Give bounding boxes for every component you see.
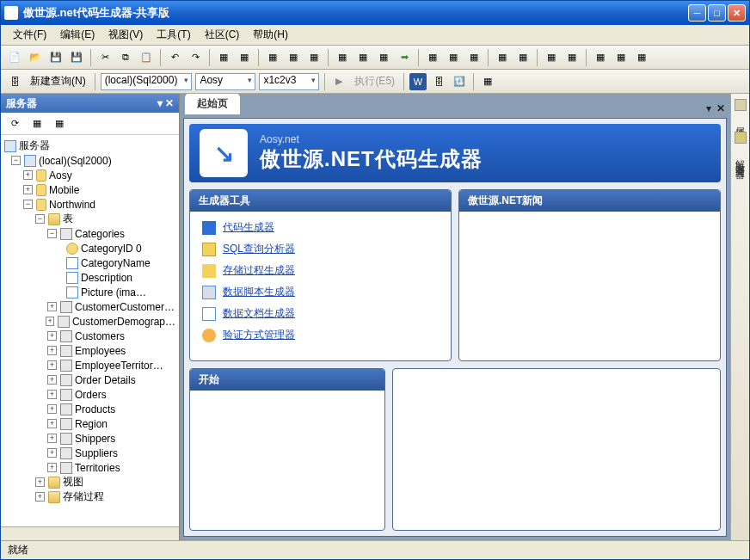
panel-btn-1[interactable]: ⟳ bbox=[6, 115, 23, 132]
execute-icon[interactable]: ▶ bbox=[330, 73, 347, 90]
expand-icon[interactable]: − bbox=[47, 229, 57, 238]
expand-icon[interactable]: − bbox=[35, 214, 45, 224]
tree-table-categories[interactable]: Categories bbox=[75, 228, 125, 240]
tool-icon-2[interactable]: ▦ bbox=[236, 49, 253, 66]
expand-icon[interactable]: + bbox=[47, 419, 57, 428]
panel-btn-3[interactable]: ▦ bbox=[51, 115, 68, 132]
tool-icon-1[interactable]: ▦ bbox=[215, 49, 232, 66]
tool-icon-6[interactable]: ▦ bbox=[334, 49, 351, 66]
properties-tab[interactable]: 属性 bbox=[734, 120, 747, 123]
misc-icon[interactable]: ▦ bbox=[479, 73, 496, 90]
tree-col[interactable]: CategoryID 0 bbox=[81, 243, 142, 255]
expand-icon[interactable]: + bbox=[35, 477, 45, 487]
tree-table[interactable]: +EmployeeTerritor… bbox=[4, 358, 175, 372]
tree-table[interactable]: +CustomerCustomer… bbox=[4, 299, 175, 314]
tool-icon-11[interactable]: ▦ bbox=[465, 49, 483, 66]
run-icon[interactable]: ➡ bbox=[396, 49, 413, 66]
tree-table[interactable]: +Suppliers bbox=[4, 446, 175, 460]
expand-icon[interactable]: − bbox=[11, 156, 21, 165]
server-dropdown[interactable]: (local)(Sql2000) bbox=[101, 73, 193, 90]
tool-icon-9[interactable]: ▦ bbox=[424, 49, 441, 66]
maximize-button[interactable]: □ bbox=[708, 4, 726, 22]
link-doc-gen[interactable]: 数据文档生成器 bbox=[202, 306, 439, 321]
tree-views[interactable]: 视图 bbox=[63, 475, 83, 489]
tool-icon-18[interactable]: ▦ bbox=[633, 49, 650, 66]
expand-icon[interactable]: + bbox=[47, 448, 57, 458]
execute-button[interactable]: 执行(E5) bbox=[351, 74, 398, 89]
tree-table[interactable]: +Customers bbox=[4, 329, 175, 343]
tree-col[interactable]: Picture (ima… bbox=[81, 286, 146, 298]
tree-table[interactable]: +Employees bbox=[4, 343, 175, 358]
tab-start[interactable]: 起始页 bbox=[185, 94, 240, 114]
expand-icon[interactable]: + bbox=[47, 360, 57, 370]
paste-icon[interactable]: 📋 bbox=[138, 49, 155, 66]
expand-icon[interactable]: + bbox=[47, 346, 57, 355]
tree-table[interactable]: +CustomerDemograp… bbox=[4, 314, 175, 329]
user-dropdown[interactable]: Aosy bbox=[195, 73, 255, 90]
tab-dropdown-icon[interactable]: ▾ bbox=[706, 102, 711, 114]
tool-icon-12[interactable]: ▦ bbox=[494, 49, 511, 66]
minimize-button[interactable]: ─ bbox=[688, 4, 706, 22]
tool-icon-8[interactable]: ▦ bbox=[375, 49, 392, 66]
link-sql-analyzer[interactable]: SQL查询分析器 bbox=[202, 242, 439, 256]
pin-icon[interactable]: ▾ ✕ bbox=[157, 97, 174, 109]
tool-icon-7[interactable]: ▦ bbox=[354, 49, 372, 66]
tree-table[interactable]: +Shippers bbox=[4, 431, 175, 446]
saveall-icon[interactable]: 💾 bbox=[68, 49, 85, 66]
expand-icon[interactable]: + bbox=[46, 317, 55, 326]
new-query-button[interactable]: 新建查询(N) bbox=[27, 74, 89, 89]
menu-tools[interactable]: 工具(T) bbox=[150, 25, 197, 45]
tree-col[interactable]: Description bbox=[81, 272, 132, 284]
menu-edit[interactable]: 编辑(E) bbox=[53, 25, 101, 45]
expand-icon[interactable]: + bbox=[47, 375, 57, 385]
server-tree[interactable]: 服务器 −(local)(Sql2000) +Aosy +Mobile −Nor… bbox=[1, 135, 179, 526]
tool-icon-4[interactable]: ▦ bbox=[285, 49, 302, 66]
link-script-gen[interactable]: 数据脚本生成器 bbox=[202, 285, 439, 299]
tree-table[interactable]: +Orders bbox=[4, 387, 175, 402]
expand-icon[interactable]: + bbox=[47, 390, 57, 399]
link-auth-mgr[interactable]: 验证方式管理器 bbox=[202, 328, 439, 342]
tree-db-northwind[interactable]: Northwind bbox=[49, 199, 95, 211]
expand-icon[interactable]: + bbox=[47, 302, 57, 311]
tree-table[interactable]: +Territories bbox=[4, 460, 175, 475]
pass-dropdown[interactable]: x1c2v3 bbox=[259, 73, 319, 90]
panel-btn-2[interactable]: ▦ bbox=[28, 115, 46, 132]
tool-icon-13[interactable]: ▦ bbox=[514, 49, 532, 66]
tree-col[interactable]: CategoryName bbox=[81, 257, 151, 269]
expand-icon[interactable]: + bbox=[47, 434, 57, 443]
tree-root[interactable]: 服务器 bbox=[19, 138, 50, 153]
tool-icon-15[interactable]: ▦ bbox=[563, 49, 581, 66]
save-icon[interactable]: 💾 bbox=[47, 49, 65, 66]
close-button[interactable]: ✕ bbox=[728, 4, 746, 22]
tool-icon-14[interactable]: ▦ bbox=[543, 49, 560, 66]
solution-tab[interactable]: 解决方案管理器 bbox=[734, 152, 747, 164]
expand-icon[interactable]: + bbox=[47, 463, 57, 472]
db-icon[interactable]: 🗄 bbox=[6, 73, 23, 90]
tool-icon-17[interactable]: ▦ bbox=[612, 49, 630, 66]
tree-table[interactable]: +Region bbox=[4, 416, 175, 431]
link-code-gen[interactable]: 代码生成器 bbox=[202, 220, 439, 235]
menu-help[interactable]: 帮助(H) bbox=[246, 25, 295, 45]
open-icon[interactable]: 📂 bbox=[27, 49, 44, 66]
tool-icon-5[interactable]: ▦ bbox=[305, 49, 323, 66]
tree-table[interactable]: +Order Details bbox=[4, 372, 175, 387]
copy-icon[interactable]: ⧉ bbox=[117, 49, 134, 66]
table-icon[interactable]: 🗄 bbox=[430, 73, 447, 90]
link-proc-gen[interactable]: 存储过程生成器 bbox=[202, 263, 439, 278]
tree-db-mobile[interactable]: Mobile bbox=[49, 184, 79, 196]
tool-icon-16[interactable]: ▦ bbox=[592, 49, 609, 66]
menu-community[interactable]: 社区(C) bbox=[198, 25, 247, 45]
refresh-icon[interactable]: 🔃 bbox=[451, 73, 468, 90]
titlebar[interactable]: 傲世源.net代码生成器-共享版 ─ □ ✕ bbox=[1, 1, 749, 25]
tab-close-button[interactable]: ✕ bbox=[716, 102, 725, 114]
tree-scrollbar[interactable] bbox=[1, 526, 179, 540]
redo-icon[interactable]: ↷ bbox=[187, 49, 204, 66]
cut-icon[interactable]: ✂ bbox=[96, 49, 114, 66]
expand-icon[interactable]: − bbox=[23, 200, 33, 209]
menu-file[interactable]: 文件(F) bbox=[6, 25, 53, 45]
expand-icon[interactable]: + bbox=[23, 185, 33, 194]
expand-icon[interactable]: + bbox=[47, 404, 57, 414]
tree-db-aosy[interactable]: Aosy bbox=[49, 169, 72, 182]
tree-procs[interactable]: 存储过程 bbox=[63, 489, 104, 504]
tool-icon-3[interactable]: ▦ bbox=[264, 49, 281, 66]
